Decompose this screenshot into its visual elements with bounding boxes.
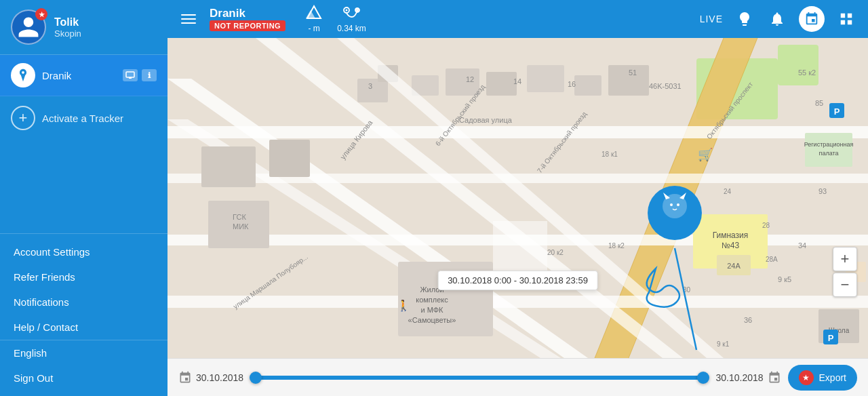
svg-rect-34 [269,140,310,177]
sidebar-item-notifications[interactable]: Notifications [0,290,167,315]
altitude-icon [304,5,323,23]
add-tracker-label: Activate a Tracker [42,113,123,124]
main-content: Dranik NOT REPORTING - m [167,0,868,396]
tracker-avatar [11,63,35,87]
svg-text:85: 85 [815,99,823,107]
start-date-picker[interactable]: 30.10.2018 [178,371,243,384]
svg-text:93: 93 [818,187,827,195]
topbar-stats: - m 0.34 km [304,5,366,33]
end-date-picker[interactable]: 30.10.2018 [715,371,781,384]
topbar: Dranik NOT REPORTING - m [167,0,868,38]
menu-button[interactable] [178,12,199,26]
svg-text:🛒: 🛒 [698,147,713,162]
svg-text:P: P [828,333,834,343]
zoom-out-button[interactable]: − [833,273,857,297]
sidebar-item-refer-friends[interactable]: Refer Friends [0,264,167,290]
svg-text:МИК: МИК [233,222,249,231]
svg-text:🚶: 🚶 [397,299,410,312]
svg-text:№43: №43 [722,241,740,250]
svg-text:Садовая улица: Садовая улица [459,116,513,124]
svg-rect-17 [527,65,564,92]
svg-text:24: 24 [724,188,732,195]
svg-rect-0 [126,72,134,77]
add-tracker-button[interactable]: + Activate a Tracker [0,96,167,140]
distance-icon [343,5,361,23]
svg-text:Регистрационная: Регистрационная [804,141,854,148]
timeline-track[interactable] [256,376,703,380]
tooltip-text: 30.10.2018 0:00 - 30.10.2018 23:59 [448,275,588,285]
status-badge: NOT REPORTING [210,20,285,31]
svg-text:20 к2: 20 к2 [547,249,564,256]
map-tooltip: 30.10.2018 0:00 - 30.10.2018 23:59 [437,271,598,290]
tracker-header-info: Dranik NOT REPORTING [210,7,285,31]
sidebar-nav: Account Settings Refer Friends Notificat… [0,233,167,396]
svg-text:16: 16 [568,80,576,88]
svg-text:46K-5031: 46K-5031 [649,82,682,90]
user-header: ★ Tolik Skopin [0,0,167,55]
svg-text:3: 3 [368,82,372,90]
export-button[interactable]: ★ Export [788,365,857,391]
svg-rect-1 [129,77,132,79]
svg-text:18 к1: 18 к1 [601,151,618,158]
svg-marker-3 [306,10,315,18]
altitude-value: - m [309,24,320,33]
user-name: Tolik [54,16,81,28]
tracker-screen-btn[interactable] [123,69,138,81]
export-label: Export [819,372,846,383]
altitude-stat: - m [304,5,323,33]
live-label: LIVE [700,14,723,24]
svg-text:P: P [834,106,840,117]
add-circle-icon: + [11,106,35,130]
svg-text:9 к5: 9 к5 [778,275,791,283]
svg-rect-16 [486,72,517,96]
sidebar: ★ Tolik Skopin Dranik ℹ + Activate a Tra… [0,0,167,396]
sidebar-item-language[interactable]: English [0,340,167,365]
tracker-name: Dranik [42,70,123,81]
svg-point-100 [677,203,679,206]
timeline-knob-start[interactable] [250,372,262,384]
svg-text:комплекс: комплекс [416,296,448,304]
distance-value: 0.34 km [337,24,366,33]
svg-rect-18 [574,75,601,96]
svg-text:и МФК: и МФК [420,306,443,314]
svg-text:«Самоцветы»: «Самоцветы» [408,316,456,324]
svg-rect-12 [357,79,388,102]
svg-text:Гимназия: Гимназия [713,231,749,240]
svg-text:9 к1: 9 к1 [717,340,730,348]
topbar-right: LIVE [700,6,857,32]
sidebar-item-sign-out[interactable]: Sign Out [0,365,167,391]
avatar-badge: ★ [35,8,47,20]
zoom-in-button[interactable]: + [833,247,857,271]
tracker-info-btn[interactable]: ℹ [142,69,157,81]
svg-text:12: 12 [466,75,474,83]
svg-text:28: 28 [762,222,770,229]
svg-text:палата: палата [819,150,839,157]
tracker-item-dranik[interactable]: Dranik ℹ [0,55,167,96]
svg-rect-33 [201,146,256,187]
zoom-controls: + − [833,247,857,297]
sidebar-item-help-contact[interactable]: Help / Contact [0,315,167,340]
timeline-knob-end[interactable] [697,372,709,384]
svg-point-5 [345,9,347,12]
svg-rect-32 [493,221,547,275]
svg-text:36: 36 [744,316,752,324]
grid-button[interactable] [835,8,857,30]
end-date-label: 30.10.2018 [715,372,763,383]
bell-button[interactable] [766,8,788,30]
lightbulb-button[interactable] [734,8,755,30]
user-location: Skopin [54,28,81,39]
topbar-tracker-name: Dranik [210,7,285,20]
sidebar-item-account-settings[interactable]: Account Settings [0,239,167,264]
svg-point-99 [670,203,673,206]
distance-stat: 0.34 km [337,5,366,33]
avatar: ★ [11,9,46,45]
svg-rect-27 [167,296,868,308]
map-container[interactable]: Жилой комплекс и МФК «Самоцветы» Школа Г… [167,38,868,358]
svg-text:55 к2: 55 к2 [798,68,816,77]
calendar-button[interactable] [799,6,825,32]
svg-text:24А: 24А [727,262,741,270]
svg-text:ГСК: ГСК [233,213,246,221]
svg-text:18 к2: 18 к2 [608,242,625,250]
start-date-label: 30.10.2018 [196,372,243,383]
svg-text:51: 51 [629,68,637,77]
